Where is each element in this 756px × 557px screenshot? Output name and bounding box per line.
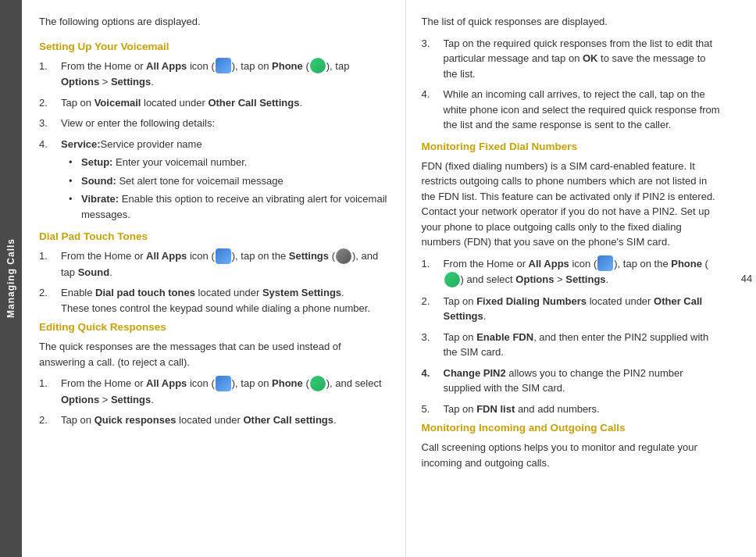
list-item: Vibrate: Enable this option to receive a… xyxy=(69,191,390,222)
section-dialpad: Dial Pad Touch Tones 1. From the Home or… xyxy=(39,230,390,316)
phone-icon xyxy=(310,58,326,73)
page-number: 44 xyxy=(741,273,752,284)
list-item: 1. From the Home or All Apps icon (), ta… xyxy=(39,248,390,280)
phone-icon xyxy=(310,376,326,391)
section-voicemail: Setting Up Your Voicemail 1. From the Ho… xyxy=(39,41,390,226)
section-fdn-title: Monitoring Fixed Dial Numbers xyxy=(422,141,721,152)
left-column: The following options are displayed. Set… xyxy=(22,0,406,557)
list-item: Sound: Set alert tone for voicemail mess… xyxy=(69,173,390,189)
section-monitoring-title: Monitoring Incoming and Outgoing Calls xyxy=(422,422,721,434)
list-item: 2. Enable Dial pad touch tones located u… xyxy=(39,285,390,316)
list-item: 2. Tap on Quick responses located under … xyxy=(39,412,390,428)
list-item: 1. From the Home or All Apps icon (), ta… xyxy=(39,376,390,407)
list-item: 4. While an incoming call arrives, to re… xyxy=(422,87,721,133)
section-fdn: Monitoring Fixed Dial Numbers FDN (fixed… xyxy=(422,141,721,417)
sidebar-label: Managing Calls xyxy=(5,238,16,318)
bullet-list: Setup: Enter your voicemail number. Soun… xyxy=(61,155,390,222)
quick-response-continued-list: 3. Tap on the required quick responses f… xyxy=(422,36,721,133)
dialpad-list: 1. From the Home or All Apps icon (), ta… xyxy=(39,248,390,316)
section-quick-responses-title: Editing Quick Responses xyxy=(39,321,390,333)
fdn-body: FDN (fixed dialing numbers) is a SIM car… xyxy=(422,159,721,250)
apps-icon xyxy=(216,248,231,264)
list-item: 4. Service:Service provider name Setup: … xyxy=(39,137,390,226)
list-item: 2. Tap on Voicemail located under Other … xyxy=(39,95,390,111)
list-item: 5. Tap on FDN list and add numbers. xyxy=(422,402,721,417)
list-item: 3. View or enter the following details: xyxy=(39,116,390,131)
list-item: 3. Tap on Enable FDN, and then enter the… xyxy=(422,330,721,360)
fdn-list: 1. From the Home or All Apps icon (), ta… xyxy=(422,256,721,417)
content-area: The following options are displayed. Set… xyxy=(22,0,756,557)
quick-response-continue: The list of quick responses are displaye… xyxy=(422,14,721,30)
list-item: 1. From the Home or All Apps icon (), ta… xyxy=(39,59,390,90)
quick-responses-list: 1. From the Home or All Apps icon (), ta… xyxy=(39,376,390,428)
list-item: 4. Change PIN2 allows you to change the … xyxy=(422,366,721,396)
monitoring-body: Call screening options helps you to moni… xyxy=(422,440,721,470)
page-number-area: 44 xyxy=(737,0,756,557)
section-dialpad-title: Dial Pad Touch Tones xyxy=(39,230,390,242)
settings-icon xyxy=(336,248,351,264)
list-item: 3. Tap on the required quick responses f… xyxy=(422,36,721,82)
apps-icon xyxy=(216,376,231,391)
section-monitoring: Monitoring Incoming and Outgoing Calls C… xyxy=(422,422,721,470)
right-column-wrapper: The list of quick responses are displaye… xyxy=(406,0,757,557)
list-item: 1. From the Home or All Apps icon (), ta… xyxy=(422,256,721,288)
voicemail-list: 1. From the Home or All Apps icon (), ta… xyxy=(39,59,390,226)
list-item: 2. Tap on Fixed Dialing Numbers located … xyxy=(422,294,721,324)
list-item: Setup: Enter your voicemail number. xyxy=(69,155,390,170)
section-quick-responses: Editing Quick Responses The quick respon… xyxy=(39,321,390,428)
section-voicemail-title: Setting Up Your Voicemail xyxy=(39,41,390,52)
main-content: The following options are displayed. Set… xyxy=(22,0,756,557)
intro-text: The following options are displayed. xyxy=(39,14,390,30)
right-column: The list of quick responses are displaye… xyxy=(406,0,738,557)
apps-icon xyxy=(216,58,231,73)
phone-icon xyxy=(444,272,460,287)
quick-responses-intro: The quick responses are the messages tha… xyxy=(39,339,390,370)
sidebar: Managing Calls xyxy=(0,0,22,557)
apps-icon xyxy=(597,255,613,271)
